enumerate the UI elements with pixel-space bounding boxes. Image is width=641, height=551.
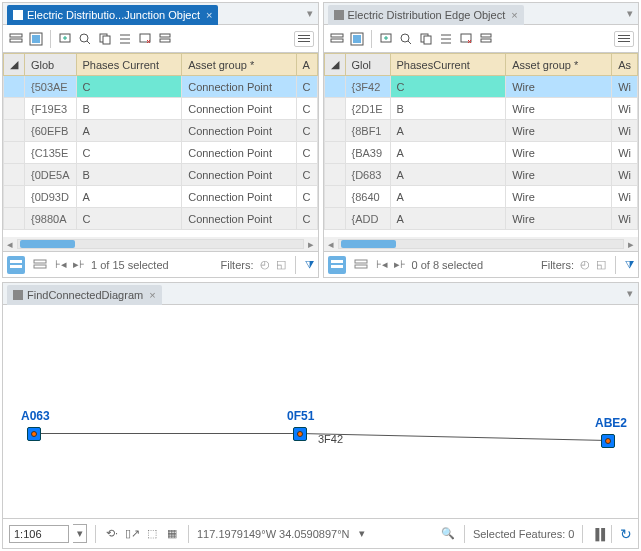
diagram-node[interactable] <box>601 434 615 448</box>
delete-icon[interactable] <box>136 30 154 48</box>
table-row[interactable]: {0D93D A Connection Point C <box>4 186 318 208</box>
col-asset[interactable]: Asset group * <box>506 54 612 76</box>
cell-phase[interactable]: B <box>76 164 182 186</box>
cell-last[interactable]: C <box>296 164 317 186</box>
search-icon[interactable]: 🔍 <box>440 526 456 542</box>
cell-last[interactable]: Wi <box>612 98 638 120</box>
rows-icon[interactable] <box>477 30 495 48</box>
select-all-icon[interactable] <box>348 30 366 48</box>
cell-last[interactable]: Wi <box>612 120 638 142</box>
cell-glob[interactable]: {F19E3 <box>25 98 77 120</box>
cell-last[interactable]: C <box>296 120 317 142</box>
cell-phase[interactable]: A <box>76 120 182 142</box>
add-icon[interactable] <box>377 30 395 48</box>
cell-glob[interactable]: {D683 <box>345 164 390 186</box>
table-row[interactable]: {D683 A Wire Wi <box>324 164 638 186</box>
cell-asset[interactable]: Wire <box>506 164 612 186</box>
list-icon[interactable] <box>116 30 134 48</box>
extent-icon[interactable]: ⬚ <box>144 526 160 542</box>
row-selector[interactable] <box>4 208 25 230</box>
scale-input[interactable]: 1:106 <box>9 525 69 543</box>
cell-glob[interactable]: {9880A <box>25 208 77 230</box>
add-icon[interactable] <box>56 30 74 48</box>
row-selector[interactable] <box>324 208 345 230</box>
next-icon[interactable]: ▸⊦ <box>394 258 406 271</box>
row-selector[interactable] <box>4 98 25 120</box>
cell-asset[interactable]: Connection Point <box>182 186 296 208</box>
cell-asset[interactable]: Connection Point <box>182 120 296 142</box>
cell-phase[interactable]: A <box>390 186 506 208</box>
cell-asset[interactable]: Connection Point <box>182 164 296 186</box>
cell-phase[interactable]: A <box>76 186 182 208</box>
diagram-canvas[interactable]: 3F42 A0630F51ABE2 <box>3 305 638 518</box>
refresh-icon[interactable]: ↻ <box>620 526 632 542</box>
diagram-node[interactable] <box>27 427 41 441</box>
cell-phase[interactable]: A <box>390 142 506 164</box>
cell-phase[interactable]: C <box>76 76 182 98</box>
row-selector[interactable] <box>4 186 25 208</box>
h-scrollbar[interactable]: ◂ ▸ <box>324 237 639 251</box>
table-row[interactable]: {C135E C Connection Point C <box>4 142 318 164</box>
select-all-icon[interactable] <box>27 30 45 48</box>
cell-asset[interactable]: Connection Point <box>182 98 296 120</box>
table-row[interactable]: {3F42 C Wire Wi <box>324 76 638 98</box>
col-phases[interactable]: PhasesCurrent <box>390 54 506 76</box>
cell-asset[interactable]: Wire <box>506 186 612 208</box>
show-all-icon[interactable] <box>328 256 346 274</box>
table-row[interactable]: {2D1E B Wire Wi <box>324 98 638 120</box>
close-icon[interactable]: × <box>511 9 517 21</box>
row-header[interactable]: ◢ <box>4 54 25 76</box>
filter-funnel-icon[interactable]: ⧩ <box>305 258 314 271</box>
cell-phase[interactable]: A <box>390 120 506 142</box>
coords-dropdown-icon[interactable]: ▾ <box>354 526 370 542</box>
cell-glob[interactable]: {2D1E <box>345 98 390 120</box>
filter-extent-icon[interactable]: ◱ <box>276 258 286 271</box>
row-selector[interactable] <box>4 164 25 186</box>
cell-last[interactable]: C <box>296 208 317 230</box>
cell-glob[interactable]: {BA39 <box>345 142 390 164</box>
cell-glob[interactable]: {8640 <box>345 186 390 208</box>
cell-last[interactable]: Wi <box>612 164 638 186</box>
filter-extent-icon[interactable]: ◱ <box>596 258 606 271</box>
cell-glob[interactable]: {8BF1 <box>345 120 390 142</box>
row-selector[interactable] <box>324 186 345 208</box>
cell-asset[interactable]: Connection Point <box>182 142 296 164</box>
delete-icon[interactable] <box>457 30 475 48</box>
cell-phase[interactable]: C <box>76 208 182 230</box>
col-last[interactable]: As <box>612 54 638 76</box>
cell-last[interactable]: C <box>296 76 317 98</box>
data-grid[interactable]: ◢ Glol PhasesCurrent Asset group * As {3… <box>324 53 639 237</box>
field-view-icon[interactable] <box>328 30 346 48</box>
cell-phase[interactable]: A <box>390 208 506 230</box>
filter-time-icon[interactable]: ◴ <box>260 258 270 271</box>
col-phases[interactable]: Phases Current <box>76 54 182 76</box>
list-icon[interactable] <box>437 30 455 48</box>
copy-icon[interactable] <box>96 30 114 48</box>
col-asset[interactable]: Asset group * <box>182 54 296 76</box>
copy-icon[interactable] <box>417 30 435 48</box>
table-row[interactable]: {9880A C Connection Point C <box>4 208 318 230</box>
cell-glob[interactable]: {0DE5A <box>25 164 77 186</box>
cell-asset[interactable]: Connection Point <box>182 208 296 230</box>
show-selected-icon[interactable] <box>31 256 49 274</box>
first-icon[interactable]: ⊦◂ <box>376 258 388 271</box>
cell-last[interactable]: C <box>296 98 317 120</box>
table-row[interactable]: {60EFB A Connection Point C <box>4 120 318 142</box>
scroll-left-icon[interactable]: ◂ <box>3 238 17 251</box>
cell-last[interactable]: C <box>296 186 317 208</box>
rotate-icon[interactable]: ⟲· <box>104 526 120 542</box>
cell-glob[interactable]: {ADD <box>345 208 390 230</box>
col-glob[interactable]: Glob <box>25 54 77 76</box>
row-selector[interactable] <box>324 98 345 120</box>
table-row[interactable]: {8640 A Wire Wi <box>324 186 638 208</box>
scroll-left-icon[interactable]: ◂ <box>324 238 338 251</box>
close-icon[interactable]: × <box>149 289 155 301</box>
scroll-right-icon[interactable]: ▸ <box>304 238 318 251</box>
table-row[interactable]: {503AE C Connection Point C <box>4 76 318 98</box>
data-grid[interactable]: ◢ Glob Phases Current Asset group * A {5… <box>3 53 318 237</box>
diagram-node[interactable] <box>293 427 307 441</box>
row-selector[interactable] <box>4 120 25 142</box>
zoom-icon[interactable] <box>76 30 94 48</box>
tab-menu-icon[interactable]: ▾ <box>622 7 638 20</box>
first-icon[interactable]: ⊦◂ <box>55 258 67 271</box>
